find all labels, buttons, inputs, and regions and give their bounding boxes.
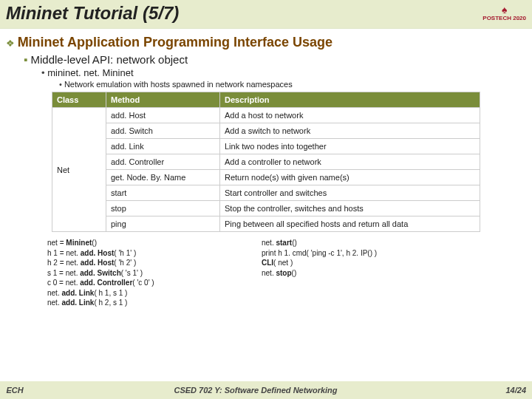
cell-method: ping xyxy=(106,216,220,232)
cell-desc: Link two nodes into together xyxy=(219,139,480,154)
cell-desc: Add a switch to network xyxy=(219,123,480,139)
cell-desc: Return node(s) with given name(s) xyxy=(219,170,480,185)
cell-desc: Stop the controller, switches and hosts xyxy=(219,201,480,216)
table-header-row: Class Method Description xyxy=(52,92,480,108)
cell-desc: Add a host to network xyxy=(219,108,480,123)
code-line: CLI( net ) xyxy=(262,258,377,268)
bullet-lvl2-text: Middle-level API: network object xyxy=(31,53,188,66)
code-line: net. start() xyxy=(262,238,377,248)
code-line: net. stop() xyxy=(262,268,377,279)
cell-class: Net xyxy=(52,108,106,232)
code-line: net. add. Link( h 1, s 1 ) xyxy=(47,288,262,299)
cell-desc: Start controller and switches xyxy=(219,185,480,201)
code-line: print h 1. cmd( 'ping -c 1', h 2. IP() ) xyxy=(262,248,377,259)
table-row: add. Controller Add a controller to netw… xyxy=(52,154,480,170)
code-line: net = Mininet() xyxy=(47,238,262,248)
cell-method: get. Node. By. Name xyxy=(106,170,220,185)
table-row: add. Link Link two nodes into together xyxy=(52,139,480,154)
title-bar: Mininet Tutorial (5/7) ♠ POSTECH 2020 xyxy=(0,0,532,29)
footer-center: CSED 702 Y: Software Defined Networking xyxy=(30,386,482,395)
slide-title: Mininet Tutorial (5/7) xyxy=(6,3,179,24)
content-area: Mininet Application Programming Interfac… xyxy=(0,29,532,308)
th-method: Method xyxy=(106,92,220,108)
code-line: h 2 = net. add. Host( 'h 2' ) xyxy=(47,258,262,268)
bullet-lvl1: Mininet Application Programming Interfac… xyxy=(6,35,523,50)
logo-brand: POSTECH xyxy=(482,15,511,21)
table-row: add. Switch Add a switch to network xyxy=(52,123,480,139)
api-table: Class Method Description Net add. Host A… xyxy=(52,92,480,232)
code-line: net. add. Link( h 2, s 1 ) xyxy=(47,298,262,308)
cell-method: add. Switch xyxy=(106,123,220,139)
table-row: stop Stop the controller, switches and h… xyxy=(52,201,480,216)
cell-method: add. Link xyxy=(106,139,220,154)
bullet-lvl4-text: Network emulation with hosts spawned in … xyxy=(64,80,293,89)
cell-method: start xyxy=(106,185,220,201)
table-row: get. Node. By. Name Return node(s) with … xyxy=(52,170,480,185)
code-right-col: net. start() print h 1. cmd( 'ping -c 1'… xyxy=(262,238,377,308)
cell-desc: Ping between all specified hosts and ret… xyxy=(219,216,480,232)
slide: Mininet Tutorial (5/7) ♠ POSTECH 2020 Mi… xyxy=(0,0,532,399)
footer-left: ECH xyxy=(0,386,30,395)
table-row: Net add. Host Add a host to network xyxy=(52,108,480,123)
cell-method: stop xyxy=(106,201,220,216)
code-line: c 0 = net. add. Controller( 'c 0' ) xyxy=(47,278,262,288)
code-example: net = Mininet() h 1 = net. add. Host( 'h… xyxy=(47,238,523,308)
table-row: start Start controller and switches xyxy=(52,185,480,201)
footer-right: 14/24 xyxy=(482,386,532,395)
code-left-col: net = Mininet() h 1 = net. add. Host( 'h… xyxy=(47,238,262,308)
postech-logo: ♠ POSTECH 2020 xyxy=(482,4,526,22)
th-class: Class xyxy=(52,92,106,108)
logo-year: 2020 xyxy=(513,15,526,21)
bullet-lvl3-text: mininet. net. Mininet xyxy=(47,67,133,78)
code-line: h 1 = net. add. Host( 'h 1' ) xyxy=(47,248,262,259)
cell-desc: Add a controller to network xyxy=(219,154,480,170)
flame-icon: ♠ xyxy=(482,4,526,16)
cell-method: add. Controller xyxy=(106,154,220,170)
bullet-lvl1-text: Mininet Application Programming Interfac… xyxy=(18,35,332,50)
cell-method: add. Host xyxy=(106,108,220,123)
bullet-lvl2: Middle-level API: network object xyxy=(24,53,523,66)
code-line: s 1 = net. add. Switch( 's 1' ) xyxy=(47,268,262,279)
bullet-lvl3: mininet. net. Mininet xyxy=(41,67,523,78)
table-row: ping Ping between all specified hosts an… xyxy=(52,216,480,232)
bullet-lvl4: Network emulation with hosts spawned in … xyxy=(59,80,523,89)
th-desc: Description xyxy=(219,92,480,108)
footer-bar: ECH CSED 702 Y: Software Defined Network… xyxy=(0,381,532,399)
